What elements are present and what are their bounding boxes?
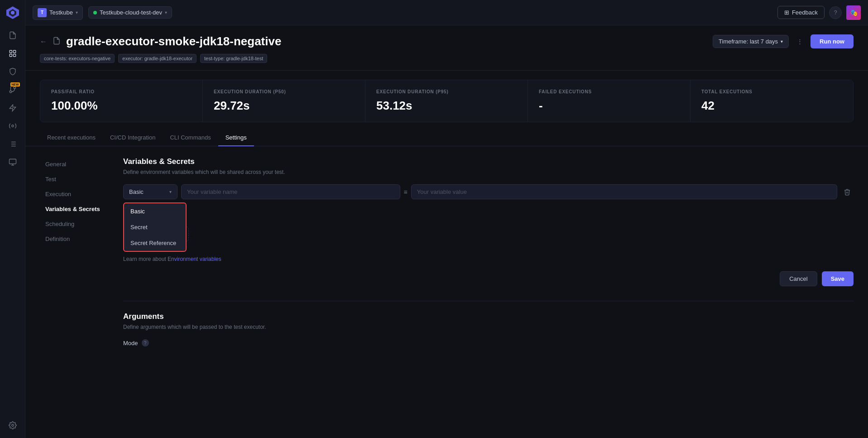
var-type-dropdown: Basic Secret Secret Reference	[123, 202, 187, 252]
var-type-chevron-icon: ▾	[169, 189, 172, 194]
form-actions: Cancel Save	[123, 271, 854, 286]
svg-rect-4	[13, 50, 15, 53]
page-title-actions: Timeframe: last 7 days ▾ ⋮ Run now	[713, 34, 854, 48]
page-header: ← gradle-executor-smoke-jdk18-negative T…	[25, 25, 868, 71]
settings-nav-scheduling[interactable]: Scheduling	[40, 217, 112, 231]
mode-help-icon[interactable]: ?	[142, 339, 149, 347]
org-name: Testkube	[49, 9, 73, 16]
settings-nav-general[interactable]: General	[40, 157, 112, 171]
var-value-input[interactable]	[411, 184, 837, 199]
content-area: ← gradle-executor-smoke-jdk18-negative T…	[25, 25, 868, 438]
sidebar-item-file[interactable]	[5, 27, 21, 43]
svg-point-20	[11, 424, 14, 427]
sidebar-item-integrations[interactable]	[5, 118, 21, 134]
metric-label-0: PASS/FAIL RATIO	[51, 89, 192, 94]
variables-section-desc: Define environment variables which will …	[123, 169, 854, 175]
feedback-label: Feedback	[792, 9, 818, 16]
metric-failed-execs: FAILED EXECUTIONS -	[528, 80, 691, 122]
help-button[interactable]: ?	[829, 6, 842, 19]
svg-rect-3	[10, 50, 12, 53]
org-selector[interactable]: T Testkube ▾	[33, 5, 83, 20]
app-logo[interactable]	[5, 5, 21, 21]
doc-icon	[53, 37, 61, 47]
metric-pass-fail: PASS/FAIL RATIO 100.00%	[40, 80, 203, 122]
env-selector[interactable]: Testkube-cloud-test-dev ▾	[88, 6, 172, 19]
svg-rect-6	[13, 54, 15, 57]
tab-cicd-integration[interactable]: CI/CD Integration	[103, 130, 163, 146]
sidebar-item-shield[interactable]	[5, 63, 21, 80]
sidebar: NEW	[0, 0, 25, 438]
sidebar-item-triggers[interactable]	[5, 100, 21, 116]
metric-duration-p95: EXECUTION DURATION (P95) 53.12s	[365, 80, 528, 122]
env-status-dot	[93, 11, 97, 14]
tag-1: executor: gradle-jdk18-executor	[118, 54, 197, 63]
tab-cli-commands[interactable]: CLI Commands	[163, 130, 218, 146]
settings-nav-definition[interactable]: Definition	[40, 232, 112, 246]
more-options-button[interactable]: ⋮	[793, 35, 806, 48]
arguments-section-title: Arguments	[123, 312, 854, 321]
run-now-button[interactable]: Run now	[810, 34, 854, 48]
var-equals-sign: ≡	[404, 188, 408, 196]
sidebar-item-tests[interactable]	[5, 45, 21, 62]
save-button[interactable]: Save	[822, 271, 854, 286]
feedback-grid-icon: ⊞	[784, 9, 789, 16]
tab-recent-executions[interactable]: Recent executions	[40, 130, 103, 146]
arguments-section: Arguments Define arguments which will be…	[123, 301, 854, 347]
main-wrapper: T Testkube ▾ Testkube-cloud-test-dev ▾ ⊞…	[25, 0, 868, 438]
cancel-button[interactable]: Cancel	[780, 271, 817, 286]
more-icon: ⋮	[797, 38, 803, 45]
metric-value-0: 100.00%	[51, 99, 192, 113]
svg-rect-5	[10, 54, 12, 57]
var-type-select[interactable]: Basic ▾	[123, 184, 177, 199]
metric-label-3: FAILED EXECUTIONS	[539, 89, 679, 94]
tag-2: test-type: gradle-jdk18-test	[200, 54, 267, 63]
metric-value-3: -	[539, 99, 679, 113]
page-title-row: ← gradle-executor-smoke-jdk18-negative T…	[40, 34, 854, 48]
metric-value-2: 53.12s	[376, 99, 517, 113]
user-avatar[interactable]: 🎭	[846, 5, 861, 20]
new-badge: NEW	[10, 82, 19, 87]
feedback-button[interactable]: ⊞ Feedback	[777, 6, 825, 19]
sidebar-item-branch[interactable]: NEW	[5, 82, 21, 98]
env-vars-link[interactable]: Environment variables	[168, 256, 221, 262]
topbar-right: ⊞ Feedback ? 🎭	[777, 5, 861, 20]
variable-row: Basic ▾ Basic Secret Se	[123, 184, 854, 199]
var-type-value: Basic	[129, 188, 144, 195]
settings-nav-variables[interactable]: Variables & Secrets	[40, 202, 112, 216]
metric-label-4: TOTAL EXECUTIONS	[701, 89, 842, 94]
arguments-section-desc: Define arguments which will be passed to…	[123, 324, 854, 330]
back-button[interactable]: ←	[40, 38, 47, 46]
dropdown-item-basic[interactable]: Basic	[124, 203, 186, 219]
tab-settings[interactable]: Settings	[218, 130, 254, 146]
sidebar-item-list[interactable]	[5, 136, 21, 152]
settings-nav-execution[interactable]: Execution	[40, 187, 112, 201]
org-avatar: T	[38, 8, 47, 17]
settings-layout: General Test Execution Variables & Secre…	[25, 157, 868, 347]
svg-point-9	[10, 91, 12, 93]
svg-point-2	[11, 11, 14, 14]
metrics-row: PASS/FAIL RATIO 100.00% EXECUTION DURATI…	[40, 80, 854, 122]
metric-label-1: EXECUTION DURATION (P50)	[214, 89, 354, 94]
sidebar-item-analytics[interactable]	[5, 154, 21, 170]
svg-point-8	[14, 87, 16, 89]
settings-nav: General Test Execution Variables & Secre…	[40, 157, 112, 347]
mode-label: Mode	[123, 340, 138, 347]
svg-rect-17	[9, 159, 16, 164]
timeframe-selector[interactable]: Timeframe: last 7 days ▾	[713, 35, 789, 48]
sidebar-item-settings[interactable]	[5, 417, 21, 433]
delete-var-button[interactable]	[841, 186, 854, 198]
dropdown-item-secret[interactable]: Secret	[124, 219, 186, 235]
settings-nav-test[interactable]: Test	[40, 172, 112, 186]
metric-value-1: 29.72s	[214, 99, 354, 113]
dropdown-item-secret-reference[interactable]: Secret Reference	[124, 235, 186, 251]
tag-0: core-tests: executors-negative	[40, 54, 115, 63]
var-name-input[interactable]	[181, 184, 400, 199]
topbar: T Testkube ▾ Testkube-cloud-test-dev ▾ ⊞…	[25, 0, 868, 25]
metric-label-2: EXECUTION DURATION (P95)	[376, 89, 517, 94]
variables-section-title: Variables & Secrets	[123, 157, 854, 166]
learn-more-text: Learn more about Environment variables	[123, 256, 854, 262]
help-icon: ?	[834, 9, 837, 16]
tags-row: core-tests: executors-negative executor:…	[40, 54, 854, 63]
page-title: gradle-executor-smoke-jdk18-negative	[66, 34, 281, 48]
svg-point-10	[11, 125, 14, 127]
